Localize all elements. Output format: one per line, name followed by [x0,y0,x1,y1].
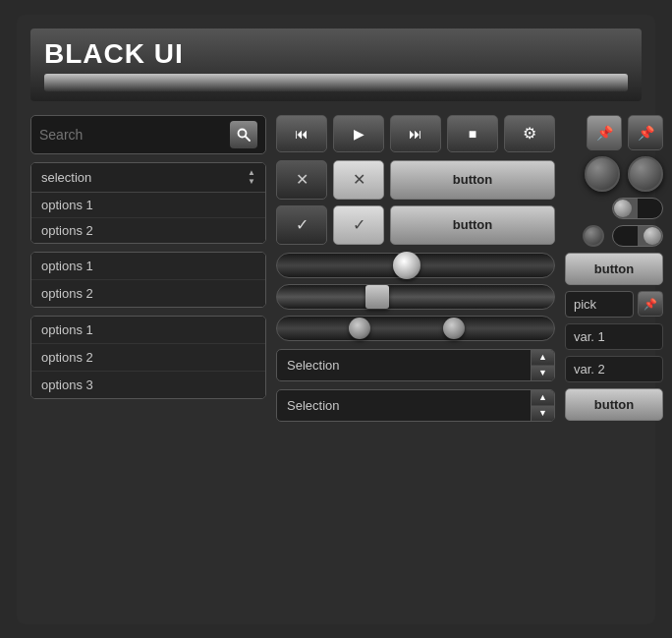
search-box [30,115,266,154]
settings-button[interactable]: ⚙ [504,115,555,152]
slider-3[interactable] [276,316,555,341]
sel2-down-button[interactable]: ▼ [532,406,554,421]
list-item[interactable]: options 2 [31,344,265,372]
var-1-item[interactable]: var. 1 [565,323,663,350]
sel1-up-button[interactable]: ▲ [532,350,554,366]
knob-2[interactable] [628,156,663,192]
toggle-knob-1 [614,200,632,217]
rewind-button[interactable]: ⏮ [276,115,327,152]
dropdown-item[interactable]: options 1 [31,193,265,218]
title-shine [44,74,628,91]
toggle-knob-2 [644,227,661,245]
search-input[interactable] [39,127,224,143]
pin-button-1[interactable]: 📌 [587,115,622,150]
list-item[interactable]: options 1 [31,317,265,344]
toggle-switch-2[interactable] [612,225,663,247]
x-light-button[interactable]: ✕ [333,160,384,200]
selection-dropdown-2[interactable]: Selection ▲ ▼ [276,389,555,422]
button-1[interactable]: button [390,160,555,200]
toggle-row-1 [565,198,663,219]
dropdown-item[interactable]: options 2 [31,218,265,243]
list-item[interactable]: options 2 [31,280,265,307]
app-title: BLACK UI [44,38,628,70]
media-controls: ⏮ ▶ ⏭ ■ ⚙ [276,115,555,152]
main-container: BLACK UI selection ▲ [17,15,655,624]
slider-container [276,253,555,341]
x-dark-button-1[interactable]: ✕ [276,160,327,200]
knob-1[interactable] [585,156,620,192]
check-light-button[interactable]: ✓ [333,205,384,245]
pick-row: pick 📌 [565,291,663,318]
list-item[interactable]: options 3 [31,372,265,398]
stop-button[interactable]: ■ [447,115,498,152]
dropdown-arrows: ▲ ▼ [248,169,255,186]
sel1-down-button[interactable]: ▼ [532,366,554,380]
toggle-switch-1[interactable] [612,198,663,219]
pin-row: 📌 📌 [565,115,663,150]
toggle-row-2 [565,225,663,247]
play-button[interactable]: ▶ [333,115,384,152]
button-2[interactable]: button [390,205,555,245]
var-2-item[interactable]: var. 2 [565,356,663,382]
pin-button-2[interactable]: 📌 [628,115,663,150]
slider-1[interactable] [276,253,555,278]
middle-column: ⏮ ▶ ⏭ ■ ⚙ ✕ ✕ button ✓ ✓ button [276,115,555,610]
small-knob[interactable] [583,225,604,247]
check-dark-button[interactable]: ✓ [276,205,327,245]
selection-1-text: Selection [277,351,531,379]
selection-2-arrows: ▲ ▼ [531,390,554,421]
slider-2[interactable] [276,284,555,310]
svg-line-1 [246,137,250,141]
title-bar: BLACK UI [30,29,642,101]
selection-1-arrows: ▲ ▼ [531,350,554,380]
knob-row [565,156,663,192]
right-button-2[interactable]: button [565,388,663,421]
selection-dropdown[interactable]: selection ▲ ▼ options 1 options 2 [30,162,266,244]
selection-2-text: Selection [277,391,531,420]
selection-dropdown-1[interactable]: Selection ▲ ▼ [276,349,555,381]
right-column: 📌 📌 button [565,115,663,610]
search-button[interactable] [230,121,257,148]
dropdown-header[interactable]: selection ▲ ▼ [31,163,265,193]
sel2-up-button[interactable]: ▲ [532,390,554,406]
fast-forward-button[interactable]: ⏭ [390,115,441,152]
left-column: selection ▲ ▼ options 1 options 2 option… [30,115,266,610]
svg-point-0 [239,129,247,137]
pick-pin-button[interactable]: 📌 [638,291,663,317]
list-box-2: options 1 options 2 options 3 [30,316,266,399]
button-grid: ✕ ✕ button ✓ ✓ button [276,160,555,245]
search-icon [237,128,251,142]
pick-label[interactable]: pick [565,291,634,318]
list-item[interactable]: options 1 [31,253,265,280]
list-box-1: options 1 options 2 [30,252,266,308]
content-row: selection ▲ ▼ options 1 options 2 option… [30,115,642,610]
dropdown-selected: selection [41,170,91,185]
right-button-1[interactable]: button [565,253,663,285]
